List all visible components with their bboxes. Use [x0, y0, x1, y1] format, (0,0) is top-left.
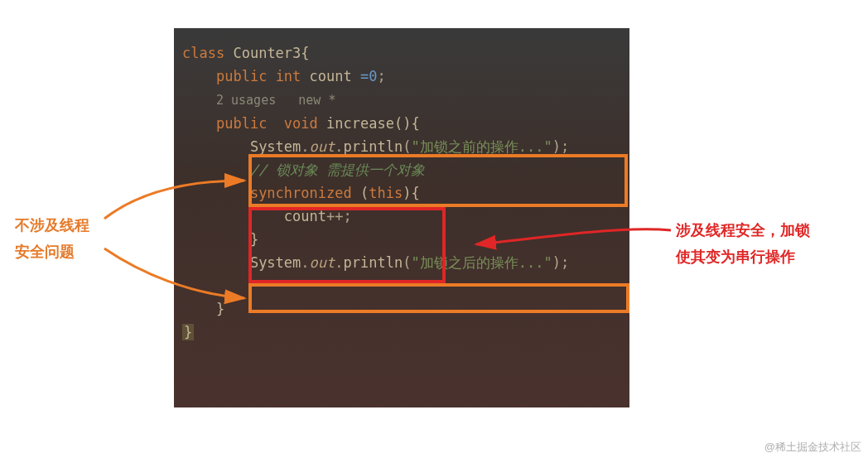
- dot1: .: [301, 138, 309, 155]
- kw-sync: synchronized: [250, 185, 352, 201]
- out: out: [310, 138, 335, 155]
- class-name: Counter3: [233, 45, 301, 61]
- inc-stmt: count: [284, 208, 326, 224]
- open-paren: (: [352, 185, 369, 201]
- semi: ;: [378, 68, 386, 84]
- inc-op: ++: [326, 208, 343, 224]
- method-brace: {: [411, 115, 419, 132]
- kw-public2: public: [216, 115, 267, 132]
- annotation-left-line2: 安全问题: [15, 239, 123, 265]
- dot3: .: [301, 254, 309, 271]
- kw-class: class: [182, 45, 224, 61]
- str-after: "加锁之后的操作...": [411, 254, 552, 271]
- usage-hint: 2 usages new *: [216, 93, 336, 108]
- semi2: ;: [561, 138, 569, 155]
- out2: out: [310, 254, 335, 271]
- num-zero: =0: [352, 68, 378, 84]
- method-name: increase: [326, 115, 394, 132]
- println2: println: [344, 254, 403, 271]
- dot2: .: [335, 138, 343, 155]
- watermark: @稀土掘金技术社区: [764, 440, 861, 455]
- brace-close1: }: [250, 231, 258, 248]
- close-paren-brace: ){: [403, 185, 419, 201]
- annotation-right-line2: 使其变为串行操作: [676, 243, 858, 270]
- sys2: System: [250, 254, 301, 271]
- kw-int: int: [276, 68, 301, 84]
- semi3: ;: [344, 208, 352, 224]
- parens: (): [394, 115, 411, 132]
- field-name: count: [310, 68, 352, 84]
- comment: // 锁对象 需提供一个对象: [250, 162, 425, 178]
- sys: System: [250, 138, 301, 155]
- annotation-right-line1: 涉及线程安全，加锁: [676, 217, 858, 243]
- dot4: .: [335, 254, 343, 271]
- semi4: ;: [561, 254, 569, 271]
- annotation-right: 涉及线程安全，加锁 使其变为串行操作: [676, 217, 858, 270]
- kw-void: void: [284, 115, 318, 132]
- brace-close-final: }: [182, 324, 194, 340]
- println: println: [344, 138, 403, 155]
- str-before: "加锁之前的操作...": [411, 138, 552, 155]
- kw-this: this: [369, 185, 403, 201]
- brace: {: [301, 45, 309, 61]
- code-editor: class Counter3{ public int count =0; 2 u…: [174, 28, 629, 407]
- kw-public: public: [216, 68, 267, 84]
- brace-close2: }: [216, 301, 224, 317]
- annotation-left: 不涉及线程 安全问题: [15, 212, 123, 265]
- annotation-left-line1: 不涉及线程: [15, 212, 123, 239]
